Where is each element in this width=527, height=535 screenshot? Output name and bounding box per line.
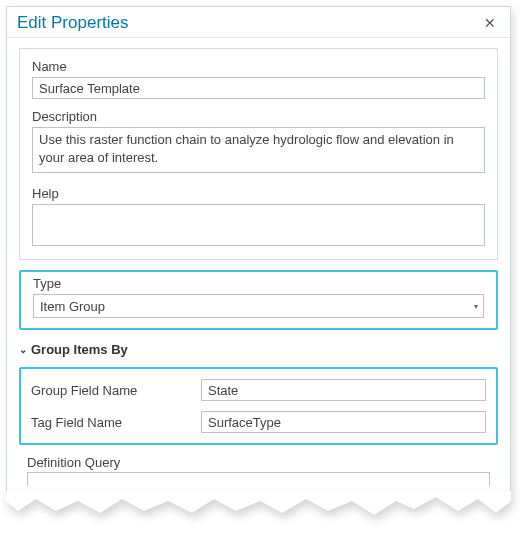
description-label: Description (32, 109, 485, 124)
type-highlight-region: Type Item Group ▾ (19, 270, 498, 330)
tag-field-name-label: Tag Field Name (31, 415, 201, 430)
type-select-value: Item Group (33, 294, 484, 318)
properties-panel: Name Description Help (19, 48, 498, 260)
dialog-header: Edit Properties ✕ (7, 7, 510, 38)
type-select[interactable]: Item Group ▾ (33, 294, 484, 318)
group-items-by-header[interactable]: ⌄ Group Items By (19, 342, 498, 357)
tag-field-name-row: Tag Field Name (31, 411, 486, 433)
group-field-name-row: Group Field Name (31, 379, 486, 401)
description-field: Description (32, 109, 485, 176)
group-field-name-label: Group Field Name (31, 383, 201, 398)
tag-field-name-input[interactable] (201, 411, 486, 433)
help-input[interactable] (32, 204, 485, 246)
help-field: Help (32, 186, 485, 249)
group-field-name-input[interactable] (201, 379, 486, 401)
name-input[interactable] (32, 77, 485, 99)
collapse-caret-icon: ⌄ (19, 344, 27, 355)
type-label: Type (33, 276, 484, 291)
description-input[interactable] (32, 127, 485, 173)
group-items-by-title: Group Items By (31, 342, 128, 357)
torn-edge-decoration (6, 493, 511, 523)
edit-properties-dialog: Edit Properties ✕ Name Description Help … (6, 6, 511, 493)
dialog-title: Edit Properties (17, 13, 129, 33)
close-icon[interactable]: ✕ (480, 13, 500, 33)
name-field: Name (32, 59, 485, 99)
definition-query-input[interactable] (27, 472, 490, 486)
name-label: Name (32, 59, 485, 74)
help-label: Help (32, 186, 485, 201)
group-items-highlight-region: Group Field Name Tag Field Name (19, 367, 498, 445)
definition-query-label: Definition Query (27, 455, 490, 470)
